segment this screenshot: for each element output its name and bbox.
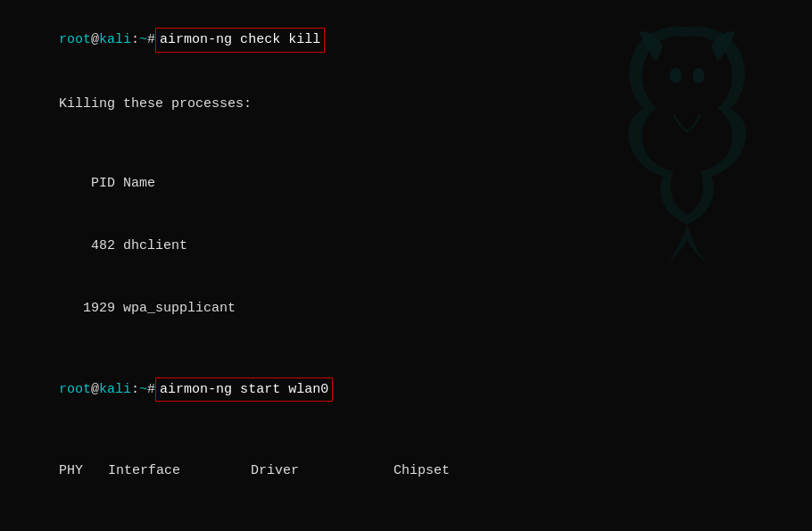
col-phy-header: PHY [59, 460, 108, 481]
prompt-hash: # [147, 32, 155, 47]
cmd-line-1: root@kali:~#airmon-ng check kill [11, 7, 801, 73]
prompt-colon: : [131, 32, 139, 47]
prompt-user: root [59, 32, 91, 47]
col-iface-header: Interface [108, 460, 251, 481]
empty-4 [11, 502, 801, 520]
prompt-path-2: ~ [139, 382, 147, 397]
empty-2 [11, 339, 801, 357]
prompt-colon-2: : [131, 382, 139, 397]
prompt-at-2: @ [91, 382, 99, 397]
empty-1 [11, 136, 801, 153]
prompt-host: kali [99, 32, 131, 47]
terminal-content: root@kali:~#airmon-ng check kill Killing… [11, 7, 801, 531]
prompt-at: @ [91, 32, 99, 47]
prompt-path: ~ [139, 32, 147, 47]
command-1: airmon-ng check kill [155, 28, 325, 52]
output-pid-482: 482 dhclient [11, 215, 801, 278]
empty-3 [11, 423, 801, 441]
output-pid-1929: 1929 wpa_supplicant [11, 278, 801, 340]
prompt-host-2: kali [99, 382, 131, 397]
table-header: PHYInterfaceDriverChipset [11, 440, 801, 502]
output-pid-header: PID Name [11, 153, 801, 215]
prompt-hash-2: # [147, 382, 155, 397]
output-killing: Killing these processes: [11, 73, 801, 136]
table-row-phy1: phy1wlan0rt2800usbRalink Technology, Cor… [11, 519, 801, 531]
cmd-line-2: root@kali:~#airmon-ng start wlan0 [11, 357, 801, 423]
col-driver-header: Driver [251, 460, 394, 481]
prompt-user-2: root [59, 382, 91, 397]
col-chipset-header: Chipset [394, 463, 450, 478]
terminal-window: root@kali:~#airmon-ng check kill Killing… [0, 0, 812, 531]
command-2: airmon-ng start wlan0 [155, 378, 333, 402]
